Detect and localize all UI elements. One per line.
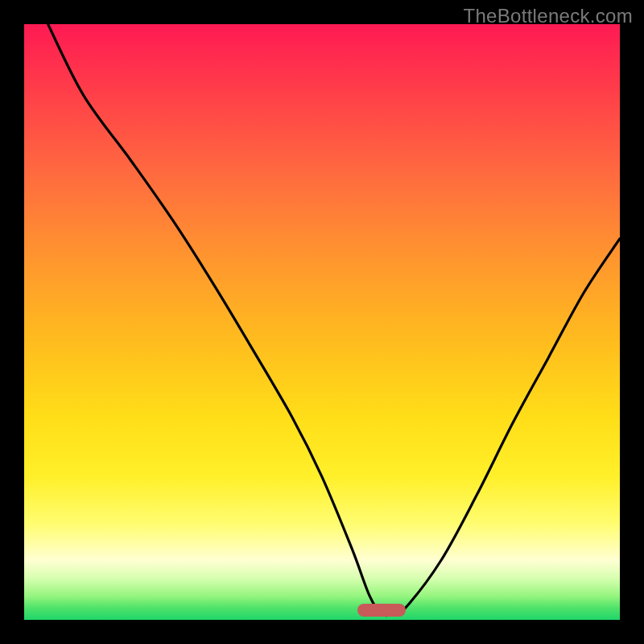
watermark-text: TheBottleneck.com: [463, 5, 633, 27]
bottleneck-curve: [24, 24, 620, 620]
chart-frame: TheBottleneck.com: [0, 0, 644, 644]
target-marker: [357, 604, 405, 617]
